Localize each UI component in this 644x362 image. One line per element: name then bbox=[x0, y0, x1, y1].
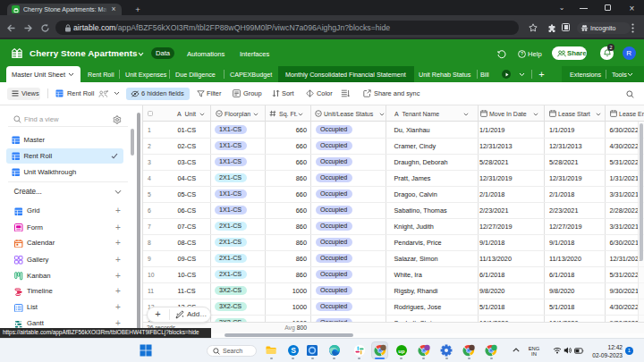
svg-text:?: ? bbox=[521, 51, 523, 56]
svg-text:up: up bbox=[398, 348, 405, 353]
svg-text:S: S bbox=[291, 346, 296, 355]
